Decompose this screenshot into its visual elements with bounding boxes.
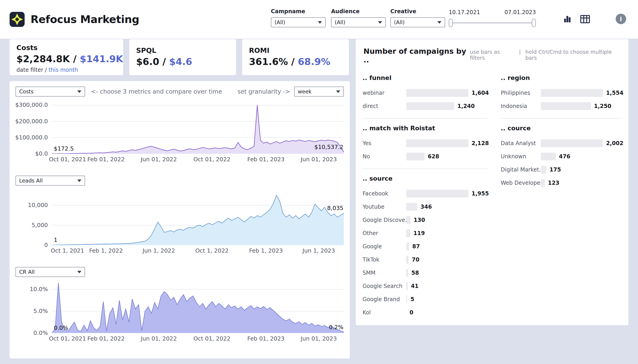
kpi-primary: $6.0 xyxy=(136,56,159,67)
slider-handle-end[interactable] xyxy=(532,19,536,27)
filter-bar[interactable] xyxy=(406,269,408,277)
creative-select[interactable]: (All) xyxy=(390,17,445,27)
costs-area-chart[interactable]: $172.5 $10,537.2 xyxy=(52,100,344,154)
kpi-card-spql: SPQL $6.0 / $4.6 xyxy=(129,39,236,75)
filter-bar[interactable] xyxy=(406,140,468,147)
audience-select[interactable]: (All) xyxy=(331,17,386,27)
x-axis-label: Feb 1, 2023 xyxy=(245,247,286,254)
campaign-bar-row: Google Brand5 xyxy=(363,293,488,306)
chevron-down-icon xyxy=(77,90,81,93)
chart-svg xyxy=(52,189,344,245)
bar-value: 5 xyxy=(410,296,414,302)
bar-value: 119 xyxy=(413,230,425,236)
filter-bar[interactable] xyxy=(406,89,468,97)
bar-value: 1,955 xyxy=(472,190,489,197)
kpi-primary: 361.6% xyxy=(249,56,288,67)
bar-label: Youtube xyxy=(363,204,406,210)
y-axis-label: $100,000.0 xyxy=(15,134,48,141)
kpi-separator: / xyxy=(73,54,76,64)
bar-label: Digital Market.. xyxy=(501,166,541,173)
bar-value: 123 xyxy=(548,180,559,186)
granularity-select[interactable]: week xyxy=(294,86,344,96)
filter-bar[interactable] xyxy=(406,216,410,224)
campaigns-columns: .. funnelwebinar1,604direct1,240.. match… xyxy=(363,74,621,330)
filter-bar[interactable] xyxy=(406,296,407,303)
x-axis-label: Feb 01, 2023 xyxy=(245,335,286,342)
filter-bar[interactable] xyxy=(541,89,603,97)
slider-track[interactable] xyxy=(450,22,535,24)
filter-bar[interactable] xyxy=(406,242,409,250)
x-axis: Oct 1, 2021Feb 1, 2022Jun 1, 2022Oct 1, … xyxy=(52,245,344,255)
bar-label: Web Developer xyxy=(501,180,541,186)
x-axis-label: Oct 1, 2022 xyxy=(191,247,232,254)
y-axis-label: $0.0 xyxy=(35,150,48,157)
filter-bar[interactable] xyxy=(406,203,417,211)
table-view-icon[interactable] xyxy=(579,13,591,25)
campaign-bar-row: Philippines1,554 xyxy=(501,86,621,100)
campaign-bar-row: Kol0 xyxy=(363,306,488,319)
bar-label: Kol xyxy=(363,309,406,316)
bar-value: 1,554 xyxy=(606,90,623,96)
brand: Refocus Marketing xyxy=(10,12,139,27)
campaigns-panel: Number of campaigns by .. use bars as fi… xyxy=(356,39,628,325)
bar-chart-view-icon[interactable] xyxy=(561,13,573,25)
metric-select-2[interactable]: Leads All xyxy=(16,176,85,186)
campaign-bar-row: Youtube346 xyxy=(363,200,488,214)
metric-select-1[interactable]: Costs xyxy=(16,86,85,96)
chevron-down-icon xyxy=(318,21,322,24)
kpi-card-costs: Costs $2,284.8K / $141.9K date filter / … xyxy=(10,39,123,75)
bar-value: 1,604 xyxy=(472,90,489,96)
leads-area-chart[interactable]: 1 8,035 xyxy=(52,189,344,245)
audience-select-value: (All) xyxy=(335,19,345,25)
campaign-bar-row: TikTok70 xyxy=(363,253,488,266)
filter-bar[interactable] xyxy=(541,140,603,147)
bar-value: 0 xyxy=(410,309,413,316)
section-title: .. source xyxy=(363,175,488,182)
kpi-value: 361.6% / 68.9% xyxy=(249,56,342,67)
filter-bar[interactable] xyxy=(406,282,408,290)
cr-area-chart[interactable]: 0.0% 0.2% xyxy=(52,281,344,333)
filter-bar[interactable] xyxy=(541,166,546,174)
metric-select-2-value: Leads All xyxy=(19,178,43,184)
bar-value: 41 xyxy=(411,283,418,289)
bar-label: webinar xyxy=(363,90,406,96)
campaigns-panel-title: Number of campaigns by .. xyxy=(364,47,470,64)
leads-chart-block: Leads All 05,00010,000 1 8,035 Oct 1, 20… xyxy=(16,176,344,255)
bar-label: Other xyxy=(363,230,406,236)
slider-handle-start[interactable] xyxy=(449,19,453,27)
granularity-select-value: week xyxy=(298,88,311,94)
campaign-bar-row: No628 xyxy=(363,150,488,163)
x-axis-label: Jun 01, 2023 xyxy=(298,335,339,342)
this-month-link[interactable]: this month xyxy=(49,67,78,73)
chart-svg xyxy=(52,100,344,154)
campname-select[interactable]: (All) xyxy=(271,17,326,27)
filter-bar[interactable] xyxy=(406,256,409,264)
chart-end-value: 8,035 xyxy=(327,205,344,212)
filter-bar[interactable] xyxy=(541,179,545,187)
filter-bar[interactable] xyxy=(541,152,556,160)
filter-bar[interactable] xyxy=(406,230,410,237)
metric-select-3[interactable]: CR All xyxy=(16,267,85,277)
filter-bar[interactable] xyxy=(406,102,454,110)
filter-bar[interactable] xyxy=(406,190,468,198)
bar-value: 476 xyxy=(559,153,570,160)
kpi-secondary: $4.6 xyxy=(169,56,192,67)
metric-select-1-value: Costs xyxy=(19,88,34,94)
bar-label: Google Search xyxy=(363,283,406,289)
section-title: .. match with Roistat xyxy=(363,124,488,132)
bar-label: Indonesia xyxy=(501,103,541,109)
campaign-bar-row: direct1,240 xyxy=(363,100,488,113)
bar-label: Google Brand xyxy=(363,296,406,302)
campaign-bar-row: Data Analyst2,002 xyxy=(501,137,621,150)
bar-value: 70 xyxy=(412,256,419,263)
chevron-down-icon xyxy=(437,21,441,24)
app-header: Refocus Marketing Campname (All) Audienc… xyxy=(0,0,638,39)
y-axis: $0.0$100,000.0$200,000.0$300,000.0 xyxy=(16,100,52,154)
filter-bar[interactable] xyxy=(541,102,591,110)
x-axis-label: Oct 01, 2021 xyxy=(47,156,88,163)
filter-bar[interactable] xyxy=(406,152,425,160)
bar-label: Data Analyst xyxy=(501,140,541,146)
info-icon[interactable]: i xyxy=(616,14,626,24)
bar-value: 346 xyxy=(421,204,432,210)
kpi-row: Costs $2,284.8K / $141.9K date filter / … xyxy=(10,39,350,75)
